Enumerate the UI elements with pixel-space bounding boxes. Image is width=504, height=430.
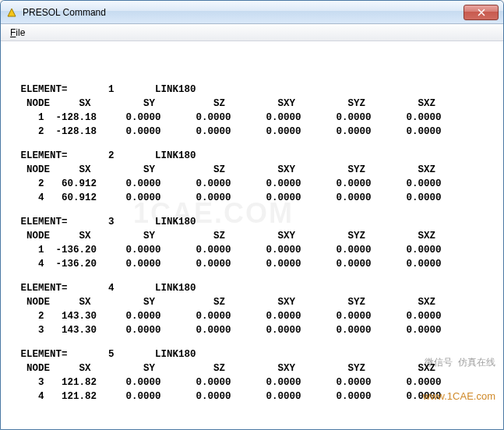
- column-header-row: NODE SX SY SZ SXY SYZ SXZ: [15, 98, 495, 112]
- data-row: 2 -128.18 0.0000 0.0000 0.0000 0.0000 0.…: [15, 126, 495, 140]
- column-header-row: NODE SX SY SZ SXY SYZ SXZ: [15, 164, 495, 178]
- data-row: 4 60.912 0.0000 0.0000 0.0000 0.0000 0.0…: [15, 192, 495, 206]
- close-icon: [478, 9, 485, 16]
- window-title: PRESOL Command: [23, 7, 463, 18]
- titlebar[interactable]: PRESOL Command: [1, 1, 503, 24]
- close-button[interactable]: [463, 5, 499, 20]
- output-content: 1CAE.COM ELEMENT= 1 LINK180 NODE SX SY S…: [1, 41, 503, 429]
- element-header-row: ELEMENT= 2 LINK180: [15, 150, 495, 164]
- watermark-line1: 微信号 仿真在线: [423, 358, 495, 368]
- element-header-row: ELEMENT= 3 LINK180: [15, 217, 495, 231]
- menubar: File: [1, 24, 503, 41]
- element-header-row: ELEMENT= 1 LINK180: [15, 84, 495, 98]
- column-header-row: NODE SX SY SZ SXY SYZ SXZ: [15, 297, 495, 311]
- menu-file[interactable]: File: [4, 26, 31, 40]
- element-block: ELEMENT= 4 LINK180 NODE SX SY SZ SXY SYZ…: [15, 283, 495, 339]
- element-block: ELEMENT= 3 LINK180 NODE SX SY SZ SXY SYZ…: [15, 217, 495, 273]
- data-row: 4 -136.20 0.0000 0.0000 0.0000 0.0000 0.…: [15, 259, 495, 273]
- app-icon: [5, 6, 18, 19]
- column-header-row: NODE SX SY SZ SXY SYZ SXZ: [15, 231, 495, 245]
- watermark-overlay: 微信号 仿真在线 www.1CAE.com: [423, 336, 495, 425]
- watermark-line2: www.1CAE.com: [423, 391, 495, 403]
- element-block: ELEMENT= 2 LINK180 NODE SX SY SZ SXY SYZ…: [15, 150, 495, 206]
- data-row: 2 143.30 0.0000 0.0000 0.0000 0.0000 0.0…: [15, 311, 495, 325]
- data-row: 2 60.912 0.0000 0.0000 0.0000 0.0000 0.0…: [15, 178, 495, 192]
- window: PRESOL Command File 1CAE.COM ELEMENT= 1 …: [0, 0, 504, 430]
- data-row: 1 -128.18 0.0000 0.0000 0.0000 0.0000 0.…: [15, 112, 495, 126]
- data-row: 1 -136.20 0.0000 0.0000 0.0000 0.0000 0.…: [15, 245, 495, 259]
- element-block: ELEMENT= 1 LINK180 NODE SX SY SZ SXY SYZ…: [15, 84, 495, 140]
- element-header-row: ELEMENT= 4 LINK180: [15, 283, 495, 297]
